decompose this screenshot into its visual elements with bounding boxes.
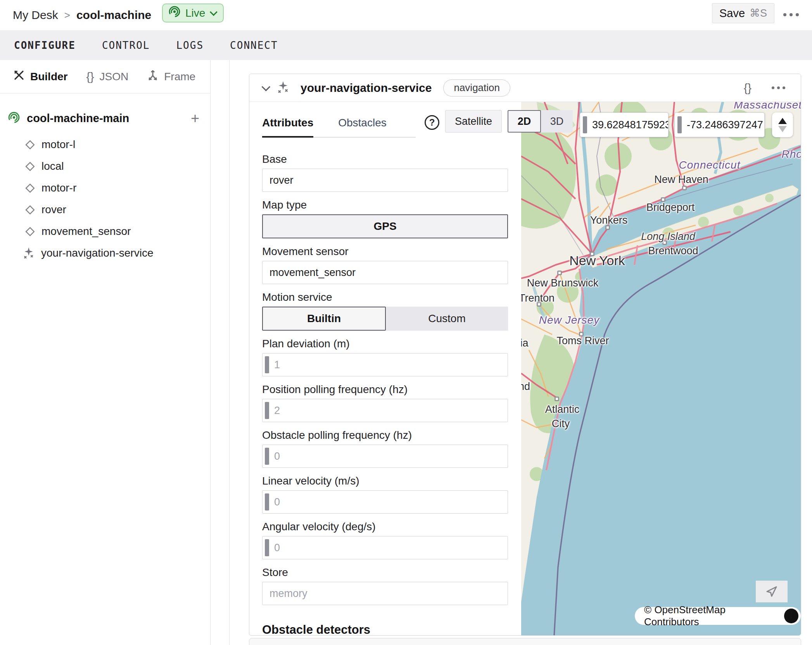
- braces-icon[interactable]: {}: [744, 81, 752, 95]
- live-status-dropdown[interactable]: Live: [162, 3, 224, 22]
- chevron-down-icon: [210, 8, 218, 16]
- field-label: Angular velocity (deg/s): [262, 521, 508, 533]
- latitude-field[interactable]: [587, 119, 668, 131]
- map-place-label: Bridgeport: [646, 202, 695, 214]
- movement-sensor-input[interactable]: [263, 267, 508, 279]
- add-component-button[interactable]: +: [188, 112, 202, 124]
- step-up-icon[interactable]: [778, 118, 787, 124]
- help-icon[interactable]: ?: [425, 115, 439, 130]
- field-label: Base: [262, 153, 508, 166]
- drag-handle[interactable]: [677, 116, 682, 133]
- tab-obstacles[interactable]: Obstacles: [338, 111, 387, 137]
- broadcast-icon: [8, 111, 20, 125]
- tree-item-label: your-navigation-service: [41, 247, 153, 259]
- motion-custom-option[interactable]: Custom: [386, 307, 508, 331]
- navigation-map[interactable]: MassachusettsRhode IslandConnecticutNew …: [521, 102, 801, 636]
- locate-button[interactable]: [756, 581, 788, 602]
- motion-builtin-option[interactable]: Builtin: [262, 307, 386, 331]
- overflow-menu-button[interactable]: [779, 7, 803, 22]
- tree-item-label: local: [41, 160, 64, 172]
- tab-attributes[interactable]: Attributes: [262, 111, 313, 138]
- sidebar-resizer[interactable]: [211, 60, 230, 645]
- tree-item-label: rover: [41, 204, 66, 216]
- base-input[interactable]: [263, 174, 508, 186]
- motion-service-segmented: Builtin Custom: [262, 307, 508, 331]
- view-builder[interactable]: Builder: [13, 69, 67, 84]
- tree-item-motor-l[interactable]: motor-l: [25, 134, 203, 155]
- obstacle-polling-input[interactable]: [269, 450, 508, 462]
- map-place-label: ia: [521, 337, 529, 349]
- drag-handle[interactable]: [265, 448, 269, 465]
- tab-connect[interactable]: CONNECT: [230, 40, 278, 51]
- tree-item-rover[interactable]: rover: [25, 199, 203, 221]
- collapse-chevron-icon[interactable]: [262, 82, 271, 91]
- app-window: My Desk > cool-machine Live Save ⌘S CONF…: [0, 0, 812, 645]
- drag-handle[interactable]: [265, 356, 269, 373]
- map-place-label: Massachusetts: [734, 102, 801, 111]
- service-sparkle-icon: [22, 247, 35, 259]
- view-2d-button[interactable]: 2D: [508, 110, 541, 133]
- info-icon[interactable]: i: [784, 609, 798, 623]
- plan-deviation-input[interactable]: [269, 359, 508, 371]
- map-place-label: New Jersey: [539, 314, 599, 326]
- field-label: Obstacle polling frequency (hz): [262, 429, 508, 441]
- tree-item-navigation-service[interactable]: your-navigation-service: [22, 242, 201, 264]
- view-switcher: Builder {} JSON Frame: [0, 60, 211, 93]
- field-plan-deviation: Plan deviation (m): [262, 338, 508, 376]
- broadcast-icon: [168, 5, 181, 21]
- drag-handle[interactable]: [265, 493, 269, 510]
- component-diamond-icon: [25, 226, 35, 237]
- tree-item-label: movement_sensor: [41, 225, 131, 238]
- map-type-gps-button[interactable]: GPS: [262, 214, 508, 238]
- field-linear-velocity: Linear velocity (m/s): [262, 475, 508, 514]
- map-city-dot: [555, 397, 559, 401]
- service-title: your-navigation-service: [301, 81, 432, 95]
- tab-control[interactable]: CONTROL: [102, 40, 150, 51]
- navigation-arrow-icon: [765, 585, 779, 598]
- breadcrumb-root-link[interactable]: My Desk: [13, 9, 58, 22]
- save-label: Save: [719, 7, 745, 20]
- component-diamond-icon: [25, 183, 35, 193]
- longitude-field[interactable]: [682, 119, 764, 131]
- chevron-right-icon: >: [64, 9, 70, 21]
- component-diamond-icon: [25, 205, 35, 215]
- save-button[interactable]: Save ⌘S: [712, 3, 774, 23]
- attributes-form: Attributes Obstacles Base Map type GPS M…: [262, 102, 508, 636]
- satellite-toggle-button[interactable]: Satellite: [445, 110, 502, 133]
- view-json[interactable]: {} JSON: [86, 70, 128, 83]
- attribution-text: © OpenStreetMap Contributors: [644, 604, 780, 628]
- position-polling-input[interactable]: [269, 405, 508, 417]
- step-down-icon[interactable]: [778, 126, 787, 132]
- map-city-dot: [557, 271, 562, 275]
- map-place-label: Brentwood: [648, 245, 698, 257]
- field-label: Movement sensor: [262, 245, 508, 258]
- view-3d-button[interactable]: 3D: [541, 110, 573, 133]
- card-menu-button[interactable]: [772, 86, 785, 89]
- angular-velocity-input[interactable]: [269, 542, 508, 554]
- tree-item-local[interactable]: local: [25, 155, 203, 177]
- drag-handle[interactable]: [265, 539, 269, 556]
- latitude-input[interactable]: [580, 112, 669, 137]
- frame-axes-icon: [147, 69, 159, 84]
- drag-handle[interactable]: [265, 402, 269, 419]
- tab-configure[interactable]: CONFIGURE: [14, 40, 76, 51]
- tree-root-machine[interactable]: cool-machine-main +: [8, 107, 202, 129]
- view-frame[interactable]: Frame: [147, 69, 195, 84]
- map-place-label: nd: [521, 381, 530, 393]
- card-header: your-navigation-service navigation {}: [249, 74, 801, 102]
- field-label: Position polling frequency (hz): [262, 383, 508, 396]
- map-place-label: Rhode Island: [781, 148, 801, 160]
- map-place-label: New York: [569, 253, 625, 268]
- map-place-label: New Brunswick: [527, 277, 599, 289]
- field-angular-velocity: Angular velocity (deg/s): [262, 521, 508, 559]
- drag-handle[interactable]: [583, 116, 587, 133]
- tree-item-motor-r[interactable]: motor-r: [25, 177, 203, 199]
- linear-velocity-input[interactable]: [269, 496, 508, 508]
- longitude-input[interactable]: [674, 112, 765, 137]
- tree-item-movement-sensor[interactable]: movement_sensor: [25, 221, 203, 242]
- component-diamond-icon: [25, 161, 35, 172]
- tab-logs[interactable]: LOGS: [176, 40, 204, 51]
- store-input[interactable]: [263, 588, 508, 600]
- field-obstacle-polling: Obstacle polling frequency (hz): [262, 429, 508, 468]
- zoom-stepper[interactable]: [772, 112, 793, 137]
